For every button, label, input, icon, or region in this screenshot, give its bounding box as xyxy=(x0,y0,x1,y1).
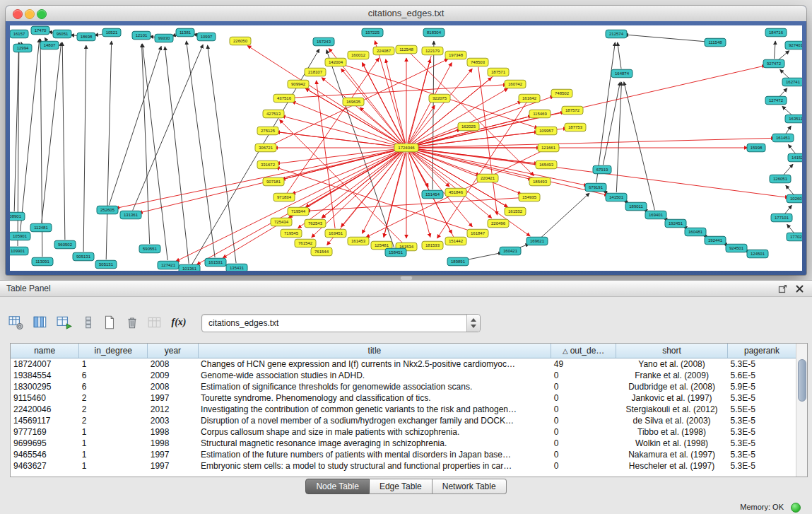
graph-node-label: 927472 xyxy=(767,62,782,66)
create-column-button[interactable] xyxy=(55,313,73,332)
status-bar: Memory: OK xyxy=(0,499,812,514)
table-row[interactable]: 1872400712008Changes of HCN gene express… xyxy=(11,358,796,370)
graph-node-label: 12101 xyxy=(136,33,148,37)
graph-node-label: 10997 xyxy=(201,35,213,39)
table-cell: 14569117 xyxy=(11,415,79,426)
table-row[interactable]: 977716911998Corpus callosum shape and si… xyxy=(11,426,796,438)
graph-node-label: 127472 xyxy=(769,98,784,103)
table-tab-bar: Node Table Edge Table Network Table xyxy=(0,479,812,494)
table-mode-button[interactable] xyxy=(7,313,25,332)
network-canvas[interactable]: 1724046112548122179197348748503187571160… xyxy=(10,25,802,271)
node-table[interactable]: namein_degreeyeartitle△out_de…shortpager… xyxy=(11,344,796,472)
tab-network-table[interactable]: Network Table xyxy=(433,479,507,494)
graph-edge xyxy=(326,49,394,247)
float-panel-button[interactable] xyxy=(777,284,788,294)
column-header-in_degree[interactable]: in_degree xyxy=(79,344,148,358)
graph-edge xyxy=(787,224,794,233)
graph-edge xyxy=(165,47,189,264)
graph-edge xyxy=(618,42,621,69)
table-row[interactable]: 911546021997Tourette syndrome. Phenomeno… xyxy=(11,392,796,404)
table-row[interactable]: 1830029562008Estimation of significance … xyxy=(11,381,796,392)
graph-node-label: 157225 xyxy=(365,30,380,35)
table-row[interactable]: 2242004622012Investigating the contribut… xyxy=(11,404,796,415)
graph-node-label: 109901 xyxy=(11,249,25,253)
column-header-name[interactable]: name xyxy=(11,344,79,358)
function-builder-button[interactable]: f(x) xyxy=(170,313,188,332)
graph-node-label: 719545 xyxy=(284,231,299,235)
column-header-out_de[interactable]: △out_de… xyxy=(551,344,616,358)
show-columns-button[interactable] xyxy=(31,313,49,332)
graph-node-label: 187572 xyxy=(565,108,580,112)
table-cell: 18300295 xyxy=(11,381,79,392)
graph-edge xyxy=(410,69,473,144)
graph-node-label: 160012 xyxy=(351,53,366,57)
table-scrollbar-thumb[interactable] xyxy=(798,359,806,402)
column-header-short[interactable]: short xyxy=(616,344,728,358)
table-cell: 1 xyxy=(79,460,148,472)
new-file-icon xyxy=(102,315,117,330)
graph-node-label: 924501 xyxy=(729,246,744,250)
graph-node-label: 818304 xyxy=(427,30,442,35)
graph-edge xyxy=(625,35,710,42)
table-row[interactable]: 969969511998Structural magnetic resonanc… xyxy=(11,438,796,449)
combo-selected-value: citations_edges.txt xyxy=(208,315,278,332)
table-cell: de Silva et al. (2003) xyxy=(616,415,728,426)
table-selector-combo[interactable]: citations_edges.txt xyxy=(201,314,481,332)
table-cell: 2008 xyxy=(148,381,198,392)
graph-edge xyxy=(322,151,402,218)
window-title: citations_edges.txt xyxy=(6,6,806,21)
table-cell: 2012 xyxy=(148,404,198,415)
table-scrollbar[interactable] xyxy=(796,344,807,477)
create-column-icon xyxy=(57,315,72,330)
column-header-year[interactable]: year xyxy=(148,344,198,358)
graph-node-label: 18698 xyxy=(81,35,93,39)
combo-stepper[interactable] xyxy=(466,315,480,332)
graph-node-label: 126051 xyxy=(773,177,788,181)
graph-edge xyxy=(786,126,791,134)
node-table-container: namein_degreeyeartitle△out_de…shortpager… xyxy=(10,343,808,477)
column-header-pagerank[interactable]: pagerank xyxy=(728,344,796,358)
graph-node-label: 927401 xyxy=(789,43,802,47)
graph-node-label: 971834 xyxy=(277,195,292,199)
graph-node-label: 197348 xyxy=(449,53,464,57)
table-row[interactable]: 946362711997Embryonic stem cells: a mode… xyxy=(11,460,796,472)
graph-node-label: 719544 xyxy=(291,209,306,214)
table-row[interactable]: 946554611997Estimation of the future num… xyxy=(11,449,796,460)
new-file-button[interactable] xyxy=(100,313,119,332)
graph-node-label: 187753 xyxy=(568,125,583,129)
graph-edge xyxy=(411,148,587,185)
graph-node-label: 127421 xyxy=(161,263,176,267)
table-cell: 1997 xyxy=(148,460,198,472)
table-cell: 1 xyxy=(79,358,148,370)
window-titlebar[interactable]: citations_edges.txt xyxy=(6,6,806,22)
graph-node-label: 16157 xyxy=(13,32,25,36)
table-row[interactable]: 1938455462009Genome-wide association stu… xyxy=(11,370,796,381)
table-cell: 9465546 xyxy=(11,449,79,460)
table-cell: 2 xyxy=(79,404,148,415)
graph-node-label: 220421 xyxy=(481,176,495,180)
rows-button[interactable] xyxy=(79,313,98,332)
table-cell: 0 xyxy=(551,404,616,415)
graph-node-label: 15998 xyxy=(751,146,763,150)
table-cell: 1997 xyxy=(148,392,198,404)
tab-edge-table[interactable]: Edge Table xyxy=(370,479,433,494)
table-mode-icon xyxy=(8,315,24,330)
import-table-button[interactable] xyxy=(146,313,164,332)
citation-graph[interactable]: 1724046112548122179197348748503187571160… xyxy=(10,25,802,271)
table-cell: 1 xyxy=(79,449,148,460)
column-header-title[interactable]: title xyxy=(198,344,551,358)
delete-button[interactable] xyxy=(123,313,141,332)
graph-node-label: 725434 xyxy=(274,220,289,224)
graph-node-label: 109957 xyxy=(539,129,554,133)
close-panel-button[interactable] xyxy=(794,284,805,294)
graph-node-label: 905131 xyxy=(76,255,91,259)
graph-node-label: 162741 xyxy=(786,80,801,84)
graph-node-label: 105901 xyxy=(13,234,28,238)
table-cell: 5.9E-5 xyxy=(728,381,796,392)
graph-edge xyxy=(363,152,404,233)
tab-node-table[interactable]: Node Table xyxy=(305,479,370,494)
graph-node-label: 331672 xyxy=(261,163,276,167)
graph-node-label: 761542 xyxy=(298,241,313,245)
table-cell: Structural magnetic resonance image aver… xyxy=(198,438,551,449)
table-row[interactable]: 1456911722003Disruption of a novel membe… xyxy=(11,415,796,426)
